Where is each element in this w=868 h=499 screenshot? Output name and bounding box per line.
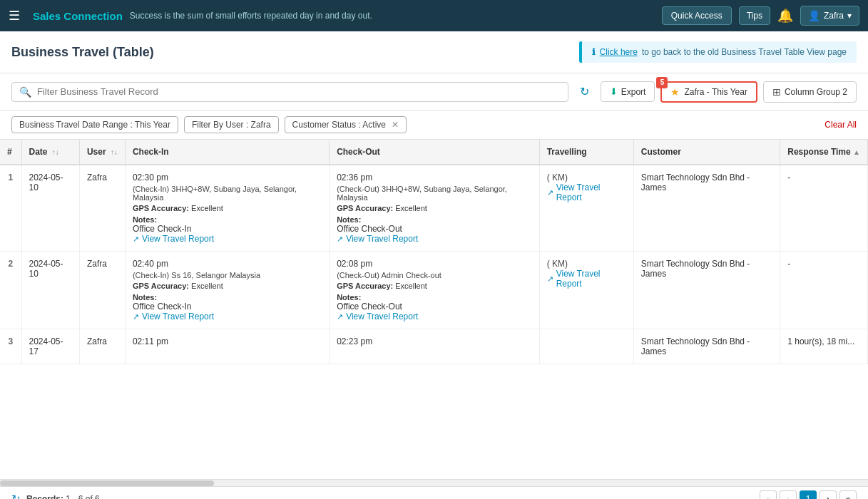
cell-customer-2: Smart Technology Sdn Bhd - James (633, 252, 780, 329)
star-icon: ★ (670, 86, 680, 98)
user-avatar-icon: 👤 (808, 10, 820, 21)
table-header: # Date ↑↓ User ↑↓ Check-In Check-Out Tra… (0, 140, 868, 165)
cell-date-3: 2024-05-17 (21, 329, 79, 364)
records-info: Records: 1 - 6 of 6 (26, 494, 754, 499)
checkin-gps-1: GPS Accuracy: Excellent (133, 204, 322, 212)
clear-all-button[interactable]: Clear All (824, 120, 857, 130)
quick-access-saved-button[interactable]: 5 ★ Zafra - This Year (660, 81, 757, 103)
hamburger-menu-icon[interactable]: ☰ (9, 8, 20, 24)
checkout-gps-1: GPS Accuracy: Excellent (337, 204, 532, 212)
table-container: # Date ↑↓ User ↑↓ Check-In Check-Out Tra… (0, 140, 868, 479)
checkin-time-2: 02:40 pm (133, 259, 322, 269)
cell-travelling-3 (539, 329, 633, 364)
column-group-button[interactable]: ⊞ Column Group 2 (763, 81, 857, 103)
user-menu-button[interactable]: 👤 Zafra ▾ (800, 6, 859, 26)
records-label: Records: (26, 494, 63, 499)
toolbar: 🔍 ↻ ⬇ Export 5 ★ Zafra - This Year ⊞ Col… (0, 73, 868, 110)
filter-customer-status-text: Customer Status : Active (292, 120, 386, 130)
sort-user-icon: ↑↓ (111, 148, 118, 156)
travelling-report-link-2[interactable]: ↗ View Travel Report (547, 269, 626, 289)
records-value: 1 - 6 of 6 (66, 494, 99, 499)
cell-checkin-1: 02:30 pm (Check-In) 3HHQ+8W, Subang Jaya… (125, 165, 329, 252)
info-banner-text: to go back to the old Business Travel Ta… (642, 47, 847, 57)
checkin-gps-2: GPS Accuracy: Excellent (133, 282, 322, 290)
travelling-report-link-1[interactable]: ↗ View Travel Report (547, 182, 626, 202)
user-name-label: Zafra (824, 11, 844, 21)
scroll-thumb[interactable] (0, 480, 214, 486)
cell-travelling-2: ( KM) ↗ View Travel Report (539, 252, 633, 329)
bell-icon: 🔔 (777, 9, 793, 23)
checkin-notes-label-2: Notes: (133, 293, 322, 302)
quick-access-button[interactable]: Quick Access (662, 6, 732, 25)
refresh-button[interactable]: ↻ (574, 81, 595, 103)
last-page-button[interactable]: » (839, 490, 857, 499)
export-label: Export (621, 87, 646, 97)
notification-bell[interactable]: 🔔 (777, 8, 793, 24)
table-row: 2 2024-05-10 Zafra 02:40 pm (Check-In) S… (0, 252, 868, 329)
cell-customer-1: Smart Technology Sdn Bhd - James (633, 165, 780, 252)
search-icon: 🔍 (19, 86, 31, 98)
checkin-travel-report-link-1[interactable]: ↗ View Travel Report (133, 234, 322, 244)
filters-bar: Business Travel Date Range : This Year F… (0, 110, 868, 140)
col-header-num: # (0, 140, 21, 165)
checkout-gps-2: GPS Accuracy: Excellent (337, 282, 532, 290)
filter-customer-status-remove[interactable]: ✕ (392, 120, 399, 130)
bottom-refresh-icon[interactable]: ↻ (11, 493, 21, 499)
col-header-checkin: Check-In (125, 140, 329, 165)
checkout-travel-report-link-1[interactable]: ↗ View Travel Report (337, 234, 532, 244)
column-group-label: Column Group 2 (785, 87, 847, 97)
checkin-time-3: 02:11 pm (133, 336, 322, 346)
business-travel-table: # Date ↑↓ User ↑↓ Check-In Check-Out Tra… (0, 140, 868, 364)
cell-response-time-2: - (780, 252, 868, 329)
checkout-notes-label-2: Notes: (337, 293, 532, 302)
col-header-checkout: Check-Out (330, 140, 540, 165)
table-body: 1 2024-05-10 Zafra 02:30 pm (Check-In) 3… (0, 165, 868, 364)
search-input[interactable] (37, 86, 561, 97)
tips-button[interactable]: Tips (739, 6, 770, 25)
refresh-icon: ↻ (580, 85, 589, 98)
cell-num-2: 2 (0, 252, 21, 329)
header-row: # Date ↑↓ User ↑↓ Check-In Check-Out Tra… (0, 140, 868, 165)
cell-num-3: 3 (0, 329, 21, 364)
checkout-travel-report-link-2[interactable]: ↗ View Travel Report (337, 312, 532, 321)
checkout-notes-1: Office Check-Out (337, 224, 532, 234)
horizontal-scrollbar[interactable] (0, 479, 868, 486)
checkin-addr-1: (Check-In) 3HHQ+8W, Subang Jaya, Selango… (133, 185, 322, 202)
column-group-icon: ⊞ (772, 86, 781, 98)
cell-date-2: 2024-05-10 (21, 252, 79, 329)
next-page-button[interactable]: › (820, 490, 837, 499)
brand-name: Sales Connection (33, 10, 123, 22)
checkout-notes-2: Office Check-Out (337, 302, 532, 312)
col-header-date[interactable]: Date ↑↓ (21, 140, 79, 165)
external-link-icon: ↗ (133, 235, 139, 244)
col-header-user[interactable]: User ↑↓ (79, 140, 125, 165)
quick-access-label: Zafra - This Year (684, 87, 747, 97)
cell-response-time-1: - (780, 165, 868, 252)
first-page-button[interactable]: « (760, 490, 777, 499)
filter-date-range[interactable]: Business Travel Date Range : This Year (11, 116, 178, 133)
checkout-addr-1: (Check-Out) 3HHQ+8W, Subang Jaya, Selang… (337, 185, 532, 202)
quick-access-badge: 5 (656, 77, 668, 88)
export-button[interactable]: ⬇ Export (601, 81, 655, 102)
checkout-addr-2: (Check-Out) Admin Check-out (337, 271, 532, 279)
search-box[interactable]: 🔍 (11, 82, 568, 102)
cell-user-1: Zafra (79, 165, 125, 252)
checkin-travel-report-link-2[interactable]: ↗ View Travel Report (133, 312, 322, 321)
checkin-notes-1: Office Check-In (133, 224, 322, 234)
external-link-icon-co1: ↗ (337, 235, 343, 244)
bottom-bar: ↻ Records: 1 - 6 of 6 « ‹ 1 › » (0, 486, 868, 499)
cell-travelling-1: ( KM) ↗ View Travel Report (539, 165, 633, 252)
info-link[interactable]: Click here (600, 47, 638, 57)
filter-user[interactable]: Filter By User : Zafra (184, 116, 279, 133)
checkin-addr-2: (Check-In) Ss 16, Selangor Malaysia (133, 271, 322, 279)
export-icon: ⬇ (610, 86, 618, 97)
page-1-button[interactable]: 1 (800, 490, 817, 499)
cell-num-1: 1 (0, 165, 21, 252)
info-icon: ℹ (592, 47, 596, 57)
cell-customer-3: Smart Technology Sdn Bhd - James (633, 329, 780, 364)
prev-page-button[interactable]: ‹ (780, 490, 797, 499)
checkout-time-2: 02:08 pm (337, 259, 532, 269)
filter-customer-status[interactable]: Customer Status : Active ✕ (285, 116, 407, 133)
checkout-time-1: 02:36 pm (337, 173, 532, 182)
cell-response-time-3: 1 hour(s), 18 mi... (780, 329, 868, 364)
